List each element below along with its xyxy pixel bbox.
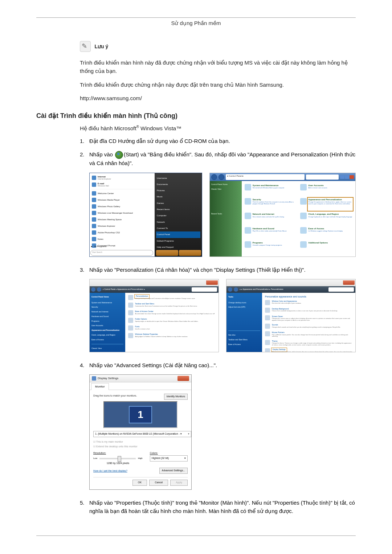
note-icon (80, 41, 91, 52)
gallery-icon (92, 204, 96, 209)
step-5: 5. Nhấp vào "Properties (Thuộc tính)" tr… (80, 498, 356, 516)
screenshot-appearance: « Control Panel ▸ Appearance and Persona… (89, 279, 219, 352)
monitor-dropdown[interactable]: 1. (Multiple Monitors) on NVIDIA GeForce… (93, 431, 191, 437)
step-5-num: 5. (80, 498, 89, 516)
back-button[interactable] (228, 287, 232, 292)
additional-icon (300, 241, 307, 248)
all-programs[interactable]: All Programs (91, 245, 106, 248)
step-3-num: 3. (80, 266, 89, 274)
msgr-icon (92, 211, 96, 215)
network-icon (245, 213, 251, 219)
search-box[interactable] (306, 175, 339, 180)
os-line: Hệ điều hành Microsoft® Windows Vista™ (80, 125, 356, 132)
start-search[interactable]: Start Search (90, 250, 153, 256)
search-box[interactable] (328, 287, 354, 292)
note-label: Lưu ý (94, 44, 108, 49)
page-header: Sử dụng Phần mềm (36, 20, 356, 26)
bg-icon (265, 308, 270, 313)
ok-button[interactable]: OK (132, 480, 147, 486)
step-2-after: (Start) và "Bảng điều khiển". Sau đó, nh… (89, 151, 355, 166)
search-box[interactable] (192, 287, 217, 292)
close-button[interactable] (343, 280, 355, 285)
step-2-num: 2. (80, 150, 89, 167)
advanced-settings-button[interactable]: Advanced Settings... (159, 468, 188, 474)
step-1-num: 1. (80, 137, 89, 145)
control-panel-item[interactable]: Control Panel (156, 231, 200, 238)
lock-button[interactable] (179, 250, 201, 256)
theme-icon (265, 340, 270, 345)
step-4-num: 4. (80, 361, 89, 369)
sidebar-icon (128, 333, 133, 338)
resolution-label: Resolution: (93, 451, 143, 455)
personalization-item[interactable]: PersonalizationChange desktop background… (128, 295, 216, 300)
close-button[interactable] (350, 175, 354, 179)
maximize-button[interactable] (345, 175, 349, 179)
user-icon (300, 184, 307, 190)
appearance-icon (300, 198, 307, 205)
os-prefix: Hệ điều hành Microsoft (80, 125, 136, 131)
mouse-icon (265, 331, 270, 336)
security-icon (245, 198, 251, 205)
step-2-before: Nhấp vào (89, 151, 114, 157)
meeting-icon (92, 217, 96, 222)
screenshot-row-2: « Control Panel ▸ Appearance and Persona… (89, 279, 356, 352)
back-button[interactable] (91, 287, 95, 292)
monitor-tab[interactable]: Monitor (91, 383, 109, 390)
section-heading: Cài đặt Trình điều khiển màn hình (Thủ c… (36, 112, 356, 120)
step-2: 2. Nhấp vào (Start) và "Bảng điều khiển"… (80, 150, 356, 167)
extend-desktop-check[interactable]: Extend the desktop onto this monitor (93, 445, 188, 449)
step-1-text: Đặt đĩa CD Hướng dẫn sử dụng vào ổ CD-RO… (89, 137, 356, 145)
notes-icon (92, 237, 96, 241)
resolution-value: 1280 by 1024 pixels (93, 461, 143, 465)
monitor-preview[interactable]: 1 (103, 401, 177, 428)
minimize-button[interactable] (340, 175, 344, 179)
forward-button[interactable] (219, 174, 224, 180)
taskbar-icon (128, 303, 133, 308)
forward-button[interactable] (234, 287, 238, 292)
close-button[interactable] (177, 376, 189, 381)
system-icon (245, 184, 251, 190)
forward-button[interactable] (97, 287, 101, 292)
note-block: Lưu ý (80, 41, 356, 52)
screenshot-control-panel: ▸ Control Panel ▸ Control Panel Home Cla… (209, 173, 356, 257)
note-url: http://www.samsung.com/ (80, 94, 356, 102)
ease-icon (128, 310, 133, 315)
wmp-icon (92, 198, 96, 202)
step-1: 1. Đặt đĩa CD Hướng dẫn sử dụng vào ổ CD… (80, 137, 356, 145)
address-bar[interactable]: ▸ Control Panel ▸ (226, 174, 305, 180)
pers-icon (128, 295, 133, 300)
res-high: High (138, 457, 142, 460)
folder-icon (128, 318, 133, 323)
mail-icon (92, 182, 96, 187)
screenshot-display-settings: Display Settings Monitor Drag the icons … (89, 374, 192, 490)
screenshot-personalization: « ▸ Appearance and Personalization ▸ Per… (226, 279, 356, 352)
back-button[interactable] (211, 174, 217, 180)
step-4-text: Nhấp vào "Advanced Settings (Cài đặt Nân… (89, 361, 356, 369)
apply-button[interactable]: Apply (170, 480, 188, 486)
colors-label: Colors: (150, 451, 188, 455)
main-monitor-check[interactable]: This is my main monitor (93, 440, 188, 444)
step-2-text: Nhấp vào (Start) và "Bảng điều khiển". S… (89, 150, 356, 167)
wincolor-icon (265, 300, 270, 305)
identify-monitors-button[interactable]: Identify Monitors (164, 394, 188, 400)
step-3-text: Nhấp vào "Personalization (Cá nhân hóa)"… (89, 266, 356, 274)
drag-text: Drag the icons to match your monitors. (93, 394, 137, 397)
clock-icon (300, 213, 307, 219)
monitor-1[interactable]: 1 (129, 406, 152, 423)
os-suffix: Windows Vista™ (139, 125, 181, 131)
cancel-button[interactable]: Cancel (149, 480, 168, 486)
step-4: 4. Nhấp vào "Advanced Settings (Cài đặt … (80, 361, 356, 369)
best-display-link[interactable]: How do I get the best display? (93, 469, 127, 473)
power-button[interactable] (156, 250, 178, 256)
display-settings-item[interactable]: Display SettingsAdjust your monitor reso… (265, 348, 352, 352)
colors-dropdown[interactable]: Highest (32 bit) (150, 455, 188, 461)
font-icon (128, 325, 133, 331)
resolution-slider[interactable] (99, 458, 136, 459)
screensaver-icon (265, 315, 270, 320)
programs-icon (245, 241, 251, 248)
close-button[interactable] (206, 280, 218, 285)
screenshot-row-1: InternetInternet Explorer E-mailWindows … (89, 173, 356, 257)
appearance-category[interactable]: Appearance and PersonalizationChange the… (300, 198, 352, 210)
screenshot-start-menu: InternetInternet Explorer E-mailWindows … (89, 173, 202, 257)
sounds-icon (265, 324, 270, 329)
